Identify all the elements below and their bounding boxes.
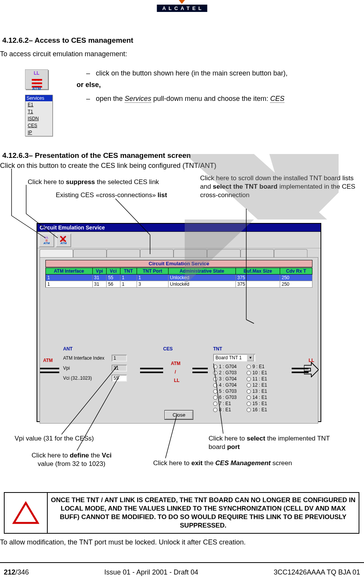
table-row[interactable]: 1 31 56 1 3 Unlocked 375 250 xyxy=(46,281,312,288)
tab[interactable] xyxy=(174,249,207,257)
vpi-row: Vpi 31 xyxy=(63,365,127,372)
suppress-ces-button[interactable]: LL ≡ ATM xyxy=(56,233,71,247)
cross-connections-table: ATM Interface Vpi Vci TNT TNT Port Admin… xyxy=(45,268,312,288)
radio-label: 10 : E1 xyxy=(252,370,267,375)
cell: 250 xyxy=(280,281,312,288)
vpi-label: Vpi xyxy=(63,365,109,371)
window-titlebar: Circuit Emulation Service xyxy=(37,224,321,232)
radio-item[interactable]: 9 : E1 xyxy=(247,364,267,369)
tab[interactable] xyxy=(40,249,73,257)
radio-item[interactable]: 5 : G703 xyxy=(213,389,237,394)
cell: 3 xyxy=(137,281,168,288)
cell: 1 xyxy=(46,275,93,281)
radio-icon xyxy=(247,365,251,369)
radio-item[interactable]: 4 : G704 xyxy=(213,382,237,388)
tab[interactable] xyxy=(107,249,140,257)
tab[interactable] xyxy=(240,249,274,257)
txt: Click here to xyxy=(209,435,247,442)
col-tnt-port: TNT Port xyxy=(137,268,168,275)
col-vpi: Vpi xyxy=(92,268,107,275)
line-icon xyxy=(40,368,59,369)
bullet-2-pre: open the xyxy=(96,95,125,102)
vci-input[interactable]: 55 xyxy=(112,375,127,382)
tab-strip xyxy=(37,249,321,257)
bars-icon: ≡ xyxy=(62,239,65,242)
create-ces-button[interactable]: LL ≡ ATM xyxy=(39,233,54,247)
radio-item[interactable]: 13 : E1 xyxy=(247,389,267,394)
dash: – xyxy=(86,95,90,102)
cell: 55 xyxy=(107,275,120,281)
logo-diamond-icon xyxy=(179,0,185,4)
radio-icon xyxy=(213,377,217,381)
radio-icon xyxy=(213,383,217,387)
page-total: /346 xyxy=(15,568,29,576)
radio-label: 8 : E1 xyxy=(219,407,231,412)
txt-b: port xyxy=(227,443,240,451)
slash-label: / xyxy=(175,369,176,375)
radio-label: 14 : E1 xyxy=(252,395,267,400)
radio-item[interactable]: 16 : E1 xyxy=(247,407,267,412)
radio-item[interactable]: 1 : G704 xyxy=(213,364,237,369)
bullet-2: – open the Services pull-down menu and c… xyxy=(86,95,284,103)
radio-item[interactable]: 7 : E1 xyxy=(213,401,237,406)
dash: – xyxy=(86,69,90,77)
atm-over-label: ATM xyxy=(171,361,180,366)
warning-triangle-icon xyxy=(5,493,47,533)
table-row[interactable]: 1 31 55 1 1 Unlocked 375 250 xyxy=(46,275,312,281)
line-icon xyxy=(192,372,208,373)
radio-item[interactable]: 2 : G703 xyxy=(213,370,237,375)
page-bold: 212 xyxy=(4,568,15,576)
radio-label: 4 : G704 xyxy=(219,382,237,388)
dropdown-value: Board TNT 1 xyxy=(215,355,242,360)
txt: Click here to xyxy=(32,452,70,459)
tab[interactable] xyxy=(140,249,174,257)
cell: 375 xyxy=(235,281,280,288)
atm-if-label: ATM Interface Index xyxy=(63,355,109,361)
vpi-value: 31 xyxy=(112,365,127,372)
bullet-2-mid: pull-down menu and choose the item: xyxy=(151,95,270,102)
line-icon xyxy=(192,368,208,369)
logo-text: ALCATEL xyxy=(157,5,207,12)
footer-center: Issue 01 - April 2001 - Draft 04 xyxy=(104,568,198,576)
section-number: 4.12.6.2– xyxy=(2,36,33,44)
radio-item[interactable]: 8 : E1 xyxy=(213,407,237,412)
ll-icon-text: LL xyxy=(62,236,65,239)
services-menu-item: IP xyxy=(25,129,52,136)
txt: Click here to xyxy=(28,178,66,186)
atm-if-value: 1 xyxy=(112,355,127,362)
tnt-board-dropdown[interactable]: Board TNT 1 ▼ xyxy=(213,354,255,362)
radio-item[interactable]: 12 : E1 xyxy=(247,382,267,388)
radio-item[interactable]: 6 : G703 xyxy=(213,395,237,400)
radio-icon xyxy=(213,402,217,406)
radio-icon xyxy=(247,383,251,387)
close-button[interactable]: Close xyxy=(165,410,193,419)
radio-icon xyxy=(247,395,251,400)
txt: the xyxy=(89,452,102,459)
vci-row: Vci (32..1023) 55 xyxy=(63,375,127,382)
txt-b: exit xyxy=(191,459,202,467)
footer-right: 3CC12426AAAA TQ BJA 01 xyxy=(274,568,360,576)
radio-label: 9 : E1 xyxy=(252,364,264,369)
tab[interactable] xyxy=(274,249,307,257)
radio-label: 12 : E1 xyxy=(252,382,267,388)
anno-scroll: Click here to scroll down the installed … xyxy=(200,174,356,199)
radio-label: 3 : G704 xyxy=(219,376,237,382)
radio-item[interactable]: 10 : E1 xyxy=(247,370,267,375)
after-warning-text: To allow modification, the TNT port must… xyxy=(0,538,246,546)
tab[interactable] xyxy=(73,249,107,257)
services-pulldown-menu: Services E1 T1 ISDN CES IP xyxy=(25,95,53,136)
section-4-12-6-3-heading: 4.12.6.3– Presentation of the CES manage… xyxy=(2,151,191,160)
table-header-row: ATM Interface Vpi Vci TNT TNT Port Admin… xyxy=(46,268,312,275)
radio-label: 7 : E1 xyxy=(219,401,231,406)
tab[interactable] xyxy=(207,249,240,257)
radio-item[interactable]: 3 : G704 xyxy=(213,376,237,382)
radio-item[interactable]: 15 : E1 xyxy=(247,401,267,406)
section-number: 4.12.6.3– xyxy=(2,151,33,159)
radio-item[interactable]: 14 : E1 xyxy=(247,395,267,400)
ces-italic: CES xyxy=(270,95,284,103)
txt: screen xyxy=(270,459,292,467)
services-menu-item: ISDN xyxy=(25,115,52,122)
bullet-1-text: click on the button shown here (in the m… xyxy=(96,69,287,77)
tnt-label: TNT xyxy=(213,346,222,352)
radio-item[interactable]: 11 : E1 xyxy=(247,376,267,382)
